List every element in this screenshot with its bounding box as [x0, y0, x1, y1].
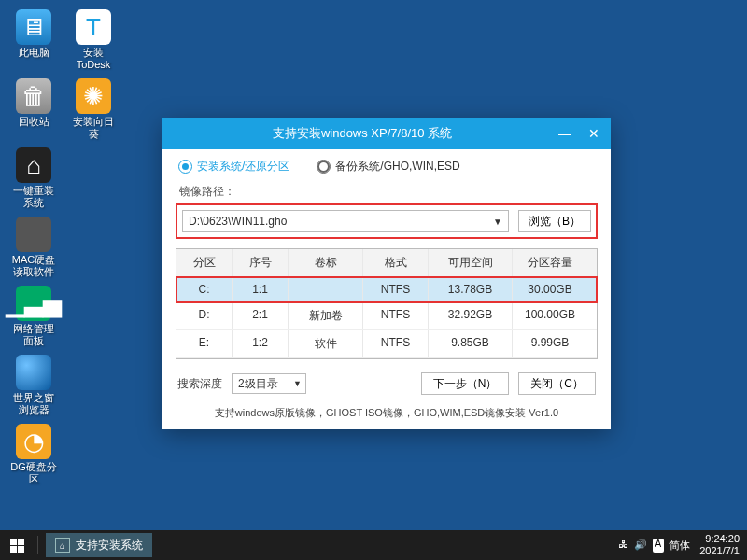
todesk-icon: T	[76, 9, 111, 45]
search-depth-label: 搜索深度	[177, 376, 222, 392]
volume-icon[interactable]: 🔊	[634, 539, 647, 553]
clock-time: 9:24:20	[699, 533, 740, 545]
start-button[interactable]	[0, 530, 34, 560]
cell-idx: 1:2	[233, 330, 289, 357]
desktop-icon-reinstall[interactable]: ⌂一键重装系统	[7, 146, 60, 211]
cell-drive: E:	[176, 330, 233, 357]
mode-backup-label: 备份系统/GHO,WIN,ESD	[335, 159, 459, 175]
desktop-icon-recycle[interactable]: 🗑回收站	[7, 77, 60, 142]
desktop-icon-todesk[interactable]: T安装ToDesk	[67, 7, 120, 73]
cell-total: 9.99GB	[513, 330, 587, 357]
cell-drive: D:	[176, 302, 233, 329]
desktop-icon-label: 网络管理面板	[9, 323, 58, 347]
task-icon: ⌂	[55, 538, 70, 553]
radio-unchecked-icon	[317, 161, 330, 173]
dg-icon: ◔	[16, 424, 51, 459]
close-button[interactable]: ✕	[585, 126, 603, 141]
tray-icons: 🖧 🔊 A 简体	[618, 539, 691, 553]
cell-total: 30.00GB	[513, 277, 587, 301]
col-index: 序号	[233, 249, 289, 276]
col-total: 分区容量	[513, 249, 587, 276]
close-window-button[interactable]: 关闭（C）	[518, 372, 596, 395]
partition-table: 分区 序号 卷标 格式 可用空间 分区容量 C:1:1NTFS13.78GB30…	[176, 248, 598, 359]
system-tray: 🖧 🔊 A 简体 9:24:20 2021/7/1	[618, 533, 748, 557]
installer-window: 支持安装windows XP/7/8/10 系统 — ✕ 安装系统/还原分区 备…	[162, 118, 611, 429]
col-drive: 分区	[176, 249, 233, 276]
cell-total: 100.00GB	[513, 302, 587, 329]
chevron-down-icon: ▼	[293, 379, 302, 388]
windows-logo-icon	[10, 539, 24, 553]
partition-row[interactable]: C:1:1NTFS13.78GB30.00GB	[176, 277, 597, 302]
path-label: 镜像路径：	[162, 182, 611, 203]
cell-drive: C:	[176, 277, 233, 301]
reinstall-icon: ⌂	[16, 147, 51, 183]
col-volume: 卷标	[289, 249, 363, 276]
search-depth-value: 2级目录	[238, 376, 278, 392]
browser-icon	[16, 355, 51, 390]
partition-row[interactable]: E:1:2软件NTFS9.85GB9.99GB	[176, 330, 597, 358]
cell-free: 13.78GB	[429, 277, 513, 301]
sunflower-icon: ✺	[76, 78, 111, 114]
support-text: 支持windows原版镜像，GHOST ISO镜像，GHO,WIM,ESD镜像安…	[162, 402, 611, 429]
footer-row: 搜索深度 2级目录 ▼ 下一步（N） 关闭（C）	[162, 359, 611, 402]
desktop-icon-sunflower[interactable]: ✺安装向日葵	[67, 77, 120, 142]
partition-row[interactable]: D:2:1新加卷NTFS32.92GB100.00GB	[176, 302, 597, 330]
taskbar-separator	[37, 536, 38, 554]
cell-idx: 2:1	[233, 302, 289, 329]
mode-backup-radio[interactable]: 备份系统/GHO,WIN,ESD	[317, 159, 459, 175]
cell-fmt: NTFS	[363, 330, 429, 357]
desktop-icon-label: 一键重装系统	[9, 185, 58, 209]
browse-button[interactable]: 浏览（B）	[518, 210, 591, 232]
mode-install-radio[interactable]: 安装系统/还原分区	[179, 159, 289, 175]
desktop-icon-netpanel[interactable]: ▁▃▅网络管理面板	[7, 284, 60, 349]
cell-fmt: NTFS	[363, 302, 429, 329]
cell-vol: 新加卷	[289, 302, 363, 329]
cell-fmt: NTFS	[363, 277, 429, 301]
cell-idx: 1:1	[233, 277, 289, 301]
recycle-icon: 🗑	[16, 78, 51, 114]
image-path-value: D:\0623\WIN11.gho	[189, 215, 287, 228]
ime-indicator[interactable]: A	[653, 539, 665, 553]
titlebar: 支持安装windows XP/7/8/10 系统 — ✕	[162, 118, 611, 149]
path-row-highlight: D:\0623\WIN11.gho ▼ 浏览（B）	[176, 203, 598, 239]
ime-text[interactable]: 简体	[669, 539, 690, 553]
search-depth-dropdown[interactable]: 2级目录 ▼	[232, 373, 306, 394]
radio-checked-icon	[179, 161, 191, 173]
desktop-icon-label: 安装向日葵	[69, 116, 118, 140]
clock-date: 2021/7/1	[699, 545, 740, 557]
desktop-icons: 🖥此电脑T安装ToDesk🗑回收站✺安装向日葵⌂一键重装系统MAC硬盘读取软件▁…	[7, 7, 120, 487]
cell-vol: 软件	[289, 330, 363, 357]
desktop-icon-macdisk[interactable]: MAC硬盘读取软件	[7, 215, 60, 280]
desktop-icon-label: 安装ToDesk	[69, 47, 118, 71]
desktop-icon-browser[interactable]: 世界之窗浏览器	[7, 353, 60, 418]
macdisk-icon	[16, 217, 51, 252]
partition-table-header: 分区 序号 卷标 格式 可用空间 分区容量	[176, 249, 597, 277]
image-path-dropdown[interactable]: D:\0623\WIN11.gho ▼	[182, 210, 509, 232]
clock[interactable]: 9:24:20 2021/7/1	[699, 533, 740, 557]
col-free: 可用空间	[429, 249, 513, 276]
desktop-icon-this-pc[interactable]: 🖥此电脑	[7, 7, 60, 73]
task-label: 支持安装系统	[76, 538, 143, 553]
desktop-icon-label: 此电脑	[19, 47, 49, 59]
chevron-down-icon: ▼	[493, 217, 502, 227]
this-pc-icon: 🖥	[16, 9, 51, 45]
window-title: 支持安装windows XP/7/8/10 系统	[170, 125, 555, 142]
cell-vol	[289, 277, 363, 301]
next-button[interactable]: 下一步（N）	[421, 372, 510, 395]
netpanel-icon: ▁▃▅	[16, 286, 51, 321]
mode-install-label: 安装系统/还原分区	[197, 159, 289, 175]
taskbar-task-installer[interactable]: ⌂ 支持安装系统	[46, 533, 152, 557]
desktop-icon-label: 世界之窗浏览器	[9, 392, 58, 416]
minimize-button[interactable]: —	[555, 126, 575, 141]
cell-free: 9.85GB	[429, 330, 513, 357]
network-icon[interactable]: 🖧	[618, 539, 628, 553]
cell-free: 32.92GB	[429, 302, 513, 329]
desktop-icon-label: DG硬盘分区	[9, 461, 58, 485]
desktop-icon-dg[interactable]: ◔DG硬盘分区	[7, 422, 60, 487]
col-format: 格式	[363, 249, 429, 276]
taskbar: ⌂ 支持安装系统 🖧 🔊 A 简体 9:24:20 2021/7/1	[0, 530, 747, 560]
mode-row: 安装系统/还原分区 备份系统/GHO,WIN,ESD	[162, 149, 611, 182]
desktop-icon-label: MAC硬盘读取软件	[9, 254, 58, 278]
desktop-icon-label: 回收站	[19, 116, 49, 128]
